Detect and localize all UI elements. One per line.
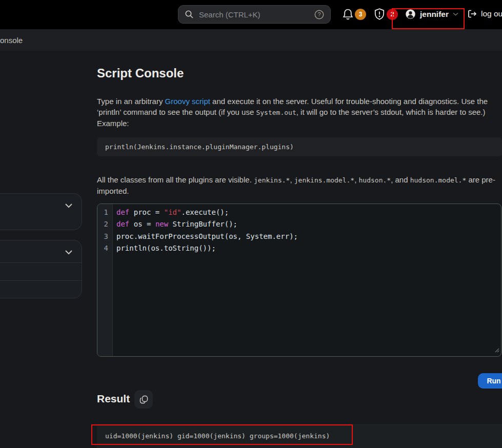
svg-text:?: ? (317, 11, 320, 17)
inline-code-jenkins-model: jenkins.model.* (294, 176, 354, 184)
security-monitor-button[interactable] (374, 8, 385, 21)
side-panel-2-header[interactable] (0, 240, 82, 262)
search-box[interactable]: ? (178, 5, 331, 24)
note-text: imported. (97, 187, 129, 195)
logout-label: log out (481, 9, 502, 18)
search-icon (185, 10, 194, 19)
page-title: Script Console (97, 66, 184, 80)
run-button[interactable]: Run (478, 373, 502, 389)
breadcrumb[interactable]: onsole (0, 36, 23, 45)
editor-gutter: 1234 (97, 204, 113, 356)
top-bar: ? 3 2 (0, 0, 502, 29)
editor-code-line: def os = new StringBuffer(); (116, 218, 501, 230)
inline-code-hudson: hudson.* (359, 176, 391, 184)
example-code-block: println(Jenkins.instance.pluginManager.p… (97, 137, 502, 156)
plugins-note-paragraph: All the classes from all the plugins are… (97, 174, 495, 196)
logout-button[interactable]: log out (467, 9, 502, 19)
side-panel-collapsed-2 (0, 240, 82, 298)
notifications-bell-button[interactable] (343, 8, 353, 21)
intro-text: Type in an arbitrary (97, 97, 165, 106)
side-panel-2-row-2[interactable] (0, 280, 82, 298)
intro-text: Example: (97, 119, 129, 128)
search-help-icon[interactable]: ? (314, 10, 324, 19)
copy-result-button[interactable] (134, 390, 153, 409)
intro-paragraph: Type in an arbitrary Groovy script and e… (97, 96, 488, 129)
note-text: All the classes from all the plugins are… (97, 175, 254, 184)
user-name-label: jennifer (420, 10, 449, 19)
bell-icon (343, 8, 353, 21)
editor-code[interactable]: def proc = "id".execute();def os = new S… (113, 204, 501, 356)
editor-code-line: def proc = "id".execute(); (116, 207, 501, 218)
inline-code-jenkins: jenkins.* (254, 176, 290, 184)
user-avatar-icon (405, 9, 416, 19)
chevron-down-icon (65, 248, 73, 257)
note-text: , (290, 175, 294, 184)
notification-count-badge[interactable]: 3 (355, 9, 366, 20)
note-text: , and (391, 175, 410, 184)
breadcrumb-bar: onsole (0, 29, 502, 51)
copy-icon (139, 395, 148, 404)
user-menu-button[interactable]: jennifer (405, 9, 458, 19)
editor-resize-handle[interactable] (494, 345, 499, 355)
result-title: Result (97, 393, 130, 405)
intro-text: , it will go to the server’s stdout, whi… (296, 108, 486, 116)
inline-code-hudson-model: hudson.model.* (410, 176, 467, 184)
chevron-down-icon (453, 12, 458, 16)
chevron-down-icon (65, 201, 73, 210)
editor-code-line: println(os.toString()); (116, 242, 501, 254)
shield-warning-icon (374, 8, 385, 21)
side-panel-2-row-1[interactable] (0, 262, 82, 280)
groovy-script-link[interactable]: Groovy script (165, 97, 210, 106)
script-editor: 1234 def proc = "id".execute();def os = … (97, 203, 501, 357)
note-text: are pre- (466, 175, 495, 184)
search-input[interactable] (199, 10, 309, 19)
side-panel-collapsed-1 (0, 193, 82, 230)
result-output: uid=1000(jenkins) gid=1000(jenkins) grou… (97, 424, 502, 448)
note-text: , (354, 175, 358, 184)
security-count-badge[interactable]: 2 (387, 9, 398, 20)
logout-icon (467, 9, 477, 19)
jenkins-script-console-screen: ? 3 2 (0, 0, 502, 448)
side-panel-1-header[interactable] (0, 194, 82, 216)
intro-text: ‘println’ command to see the output (if … (97, 108, 256, 116)
intro-text: and execute it on the server. Useful for… (210, 97, 488, 106)
editor-code-line: proc.waitForProcessOutput(os, System.err… (116, 231, 501, 242)
inline-code-system-out: System.out (256, 109, 296, 116)
